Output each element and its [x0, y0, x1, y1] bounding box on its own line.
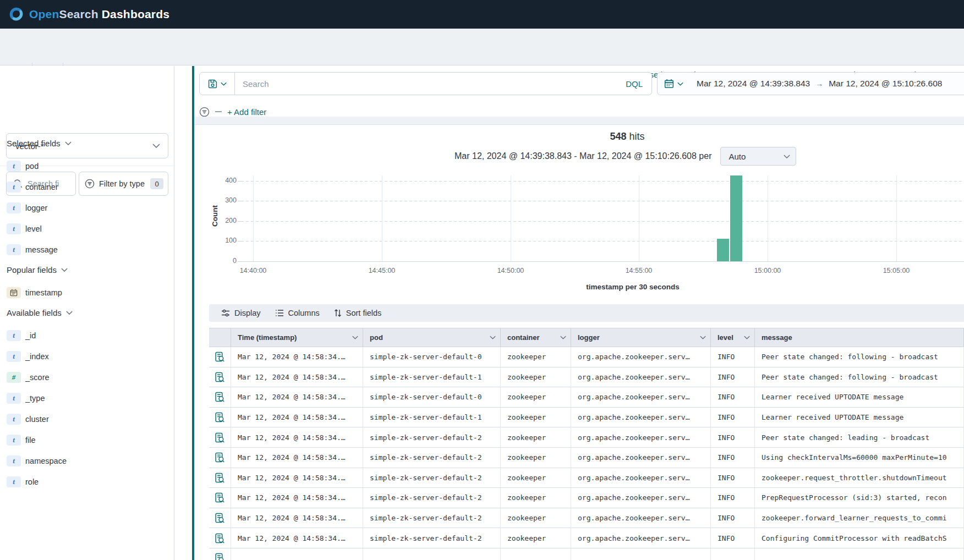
chevron-down-icon: [490, 336, 496, 339]
date-range-start[interactable]: Mar 12, 2024 @ 14:39:38.843: [697, 79, 810, 89]
columns-button[interactable]: Columns: [275, 309, 320, 317]
histogram-bar-14:58:00[interactable]: [717, 239, 729, 261]
cell-level: [711, 548, 755, 560]
table-row: Mar 12, 2024 @ 14:58:34.…simple-zk-serve…: [209, 408, 964, 428]
field-item-timestamp[interactable]: timestamp: [0, 284, 174, 301]
gridline: [241, 241, 964, 241]
cell-message: Learner received UPTODATE message: [755, 387, 964, 407]
field-type-text-badge: t: [7, 244, 21, 255]
field-item-_id[interactable]: t_id: [0, 327, 174, 344]
sliders-icon: [221, 309, 230, 317]
expand-row-icon[interactable]: [215, 473, 225, 483]
field-type-date-badge: [7, 287, 21, 298]
cell-level: INFO: [711, 488, 755, 508]
field-item-_index[interactable]: t_index: [0, 348, 174, 365]
column-header-pod[interactable]: pod: [363, 328, 501, 347]
expand-row-icon[interactable]: [215, 492, 225, 503]
expand-row-icon[interactable]: [215, 372, 225, 382]
expand-row-icon[interactable]: [215, 352, 225, 362]
section-popular-fields[interactable]: Popular fields: [7, 265, 68, 274]
interval-select[interactable]: Auto: [720, 147, 796, 166]
field-item-logger[interactable]: tlogger: [0, 199, 174, 217]
cell-time: Mar 12, 2024 @ 14:58:34.…: [231, 468, 363, 488]
search-input[interactable]: [235, 79, 617, 89]
save-query-button[interactable]: [200, 73, 235, 95]
field-label: cluster: [25, 415, 49, 424]
chevron-down-icon: [744, 336, 750, 339]
field-item-_score[interactable]: #_score: [0, 369, 174, 386]
field-item-namespace[interactable]: tnamespace: [0, 452, 174, 470]
sidebar: vector-* Filter by type 0 Se: [0, 66, 174, 560]
y-tick: [238, 221, 241, 222]
cell-time: Mar 12, 2024 @ 14:58:34.…: [231, 448, 363, 468]
cell-message: Configuring CommitProcessor with readBat…: [755, 528, 964, 548]
expand-row-icon[interactable]: [215, 412, 225, 422]
table-row: Mar 12, 2024 @ 14:58:34.…simple-zk-serve…: [209, 488, 964, 508]
cell-container: zookeeper: [501, 448, 571, 468]
field-item-message[interactable]: tmessage: [0, 241, 174, 259]
y-axis-title: Count: [211, 205, 219, 227]
field-item-role[interactable]: trole: [0, 473, 174, 491]
cell-logger: org.apache.zookeeper.serv…: [571, 408, 711, 427]
x-tick-label: 15:05:00: [874, 267, 918, 274]
section-available-fields[interactable]: Available fields: [7, 308, 73, 317]
expand-row-icon[interactable]: [215, 432, 225, 443]
expand-row-icon[interactable]: [215, 452, 225, 463]
field-item-pod[interactable]: tpod: [0, 157, 174, 175]
chevron-down-icon[interactable]: [677, 82, 683, 86]
expand-row-icon[interactable]: [215, 513, 225, 523]
cell-pod: simple-zk-server-default-2: [363, 528, 501, 548]
field-item-_type[interactable]: t_type: [0, 389, 174, 407]
x-axis-line: [241, 261, 964, 262]
chevron-down-icon: [221, 82, 227, 86]
column-header-expand: [209, 328, 231, 347]
date-range-end[interactable]: Mar 12, 2024 @ 15:10:26.608: [829, 79, 942, 89]
gridline: [639, 175, 639, 261]
column-header-logger[interactable]: logger: [571, 328, 711, 347]
column-header-level[interactable]: level: [711, 328, 755, 347]
display-button[interactable]: Display: [221, 309, 261, 317]
expand-row-icon[interactable]: [215, 392, 225, 402]
x-tick-label: 15:00:00: [746, 267, 790, 274]
cell-container: zookeeper: [501, 347, 571, 367]
field-type-text-badge: t: [7, 330, 21, 341]
y-tick: [238, 241, 241, 241]
column-header-message[interactable]: message: [755, 328, 964, 347]
cell-message: [755, 548, 964, 560]
add-filter-button[interactable]: + Add filter: [227, 107, 266, 117]
histogram-bar-14:58:30[interactable]: [730, 175, 742, 261]
gridline: [241, 181, 964, 182]
calendar-icon[interactable]: [664, 79, 674, 89]
gridline: [382, 175, 382, 261]
column-header-time[interactable]: Time (timestamp): [231, 328, 363, 347]
field-type-text-badge: t: [7, 161, 21, 172]
hits-subtitle: Mar 12, 2024 @ 14:39:38.843 - Mar 12, 20…: [454, 147, 796, 166]
table-header: Time (timestamp) pod container logger le…: [209, 328, 964, 347]
cell-message: Peer state changed: following - broadcas…: [755, 367, 964, 387]
x-axis-title: timestamp per 30 seconds: [578, 283, 688, 291]
query-language-button[interactable]: DQL: [617, 79, 651, 89]
field-label: file: [25, 436, 36, 444]
expand-row-icon[interactable]: [215, 553, 225, 560]
cell-logger: org.apache.zookeeper.serv…: [571, 488, 711, 508]
chevron-down-icon: [61, 268, 68, 272]
field-type-text-badge: t: [7, 223, 21, 234]
column-header-container[interactable]: container: [501, 328, 571, 347]
cell-message: Peer state changed: leading - broadcast: [755, 427, 964, 447]
cell-pod: [363, 548, 501, 560]
cell-container: zookeeper: [501, 528, 571, 548]
field-item-file[interactable]: tfile: [0, 431, 174, 449]
field-label: _type: [25, 394, 45, 403]
sort-fields-button[interactable]: Sort fields: [334, 309, 381, 317]
grid-toolbar: DisplayColumnsSort fields: [209, 304, 964, 322]
field-item-cluster[interactable]: tcluster: [0, 410, 174, 428]
expand-row-icon[interactable]: [215, 533, 225, 543]
field-type-text-badge: t: [7, 393, 21, 404]
filter-icon[interactable]: [199, 107, 210, 117]
field-label: container: [25, 183, 58, 191]
gridline: [768, 175, 768, 261]
section-selected-fields[interactable]: Selected fields: [7, 139, 72, 148]
field-item-container[interactable]: tcontainer: [0, 178, 174, 196]
field-item-level[interactable]: tlevel: [0, 220, 174, 238]
cell-logger: org.apache.zookeeper.serv…: [571, 448, 711, 468]
